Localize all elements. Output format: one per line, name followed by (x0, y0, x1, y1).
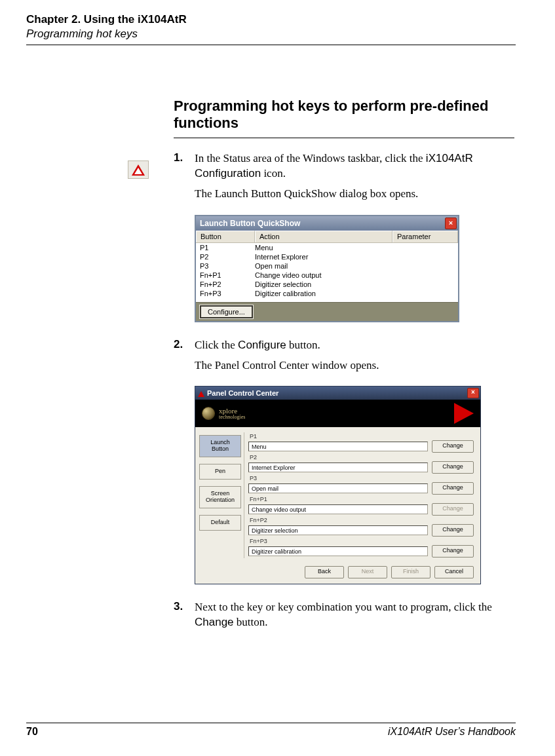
warning-icon (198, 391, 204, 397)
quickshow-dialog: Launch Button QuickShow × Button Action … (195, 215, 459, 322)
step-text: button. (286, 339, 320, 351)
change-button[interactable]: Change (432, 440, 474, 453)
step-1: 1. In the Status area of the Windows tas… (174, 151, 514, 207)
pcc-titlebar[interactable]: Panel Control Center × (195, 387, 480, 400)
tab-screen-orientation[interactable]: Screen Orientation (199, 486, 241, 508)
step-number: 1. (174, 151, 195, 207)
row-label: P3 (248, 474, 474, 482)
next-button: Next (348, 566, 387, 578)
column-header-button[interactable]: Button (196, 231, 255, 242)
quickshow-title: Launch Button QuickShow (200, 219, 300, 228)
cell-button: Fn+P3 (200, 289, 255, 298)
row-field[interactable]: Internet Explorer (248, 463, 428, 472)
back-button[interactable]: Back (305, 566, 344, 578)
header-rule (26, 45, 516, 45)
table-row[interactable]: P2Internet Explorer (196, 252, 458, 261)
tab-launch-button[interactable]: Launch Button (199, 435, 241, 457)
cell-action: Digitizer calibration (255, 289, 392, 298)
brand-text: technologies (219, 415, 245, 420)
row-label: P2 (248, 453, 474, 461)
row-label: P1 (248, 432, 474, 440)
step-text-helv: Change (195, 616, 234, 628)
step-text: In the Status area of the Windows taskba… (195, 152, 426, 164)
cell-button: P1 (200, 243, 255, 252)
quickshow-titlebar[interactable]: Launch Button QuickShow × (196, 216, 458, 231)
step-2: 2. Click the Configure button. The Panel… (174, 338, 514, 379)
warning-icon (128, 161, 149, 179)
step-text: Click the (195, 339, 238, 351)
pcc-footer: Back Next Finish Cancel (195, 562, 480, 584)
cell-button: P3 (200, 261, 255, 271)
change-button[interactable]: Change (432, 524, 474, 537)
step-number: 2. (174, 338, 195, 379)
step-text: icon. (261, 167, 286, 180)
table-row[interactable]: Fn+P1Change video output (196, 271, 458, 280)
cell-button: P2 (200, 252, 255, 261)
chapter-title: Chapter 2. Using the iX104AtR (26, 13, 516, 26)
cell-action: Change video output (255, 271, 392, 280)
change-button: Change (432, 503, 474, 516)
cell-button: Fn+P1 (200, 271, 255, 280)
row-field[interactable]: Open mail (248, 483, 428, 493)
heading-rule (174, 138, 514, 138)
table-row[interactable]: P3Open mail (196, 261, 458, 271)
panel-control-center-dialog: Panel Control Center × xplore technologi… (195, 386, 481, 584)
quickshow-list: P1Menu P2Internet Explorer P3Open mail F… (196, 243, 458, 302)
step-text: Next to the key or key combination you w… (195, 601, 492, 613)
close-icon[interactable]: × (467, 388, 479, 398)
quickshow-column-headers[interactable]: Button Action Parameter (196, 231, 458, 243)
row-field[interactable]: Digitizer selection (248, 525, 428, 535)
table-row[interactable]: Fn+P3Digitizer calibration (196, 289, 458, 298)
arrow-icon (454, 403, 474, 424)
pcc-main-panel: P1MenuChange P2Internet ExplorerChange P… (244, 432, 474, 558)
change-button[interactable]: Change (432, 461, 474, 474)
row-field[interactable]: Change video output (248, 504, 428, 514)
pcc-side-tabs: Launch Button Pen Screen Orientation Def… (199, 432, 244, 558)
quickshow-footer: Configure... (196, 302, 458, 321)
step-text-helv: Configure (238, 339, 286, 351)
step-text: The Launch Button QuickShow dialog box o… (195, 187, 514, 202)
finish-button: Finish (391, 566, 431, 578)
section-heading: Programming hot keys to perform pre-defi… (174, 98, 514, 132)
table-row[interactable]: Fn+P2Digitizer selection (196, 280, 458, 289)
change-button[interactable]: Change (432, 482, 474, 495)
section-subtitle: Programming hot keys (26, 28, 516, 41)
cell-action: Menu (255, 243, 392, 252)
book-title: iX104AtR User’s Handbook (388, 726, 516, 738)
configure-button[interactable]: Configure... (200, 305, 253, 318)
tab-default[interactable]: Default (199, 515, 241, 531)
pcc-title: Panel Control Center (207, 389, 278, 397)
column-header-action[interactable]: Action (255, 231, 392, 242)
page-footer: 70 iX104AtR User’s Handbook (26, 723, 516, 738)
cell-action: Digitizer selection (255, 280, 392, 289)
step-text: The Panel Control Center window opens. (195, 358, 379, 373)
table-row[interactable]: P1Menu (196, 243, 458, 252)
cancel-button[interactable]: Cancel (434, 566, 474, 578)
cell-action: Open mail (255, 261, 392, 271)
step-number: 3. (174, 600, 195, 635)
tab-pen[interactable]: Pen (199, 464, 241, 480)
step-3: 3. Next to the key or key combination yo… (174, 600, 514, 635)
row-label: Fn+P2 (248, 516, 474, 524)
page-number: 70 (26, 726, 38, 738)
row-field[interactable]: Digitizer calibration (248, 546, 428, 556)
row-label: Fn+P1 (248, 495, 474, 503)
cell-button: Fn+P2 (200, 280, 255, 289)
row-field[interactable]: Menu (248, 442, 428, 451)
globe-icon (202, 407, 215, 420)
column-header-parameter[interactable]: Parameter (392, 231, 458, 242)
step-text: button. (234, 616, 268, 628)
cell-action: Internet Explorer (255, 252, 392, 261)
pcc-brand-bar: xplore technologies (195, 400, 480, 427)
close-icon[interactable]: × (445, 217, 457, 229)
change-button[interactable]: Change (432, 545, 474, 558)
row-label: Fn+P3 (248, 537, 474, 545)
